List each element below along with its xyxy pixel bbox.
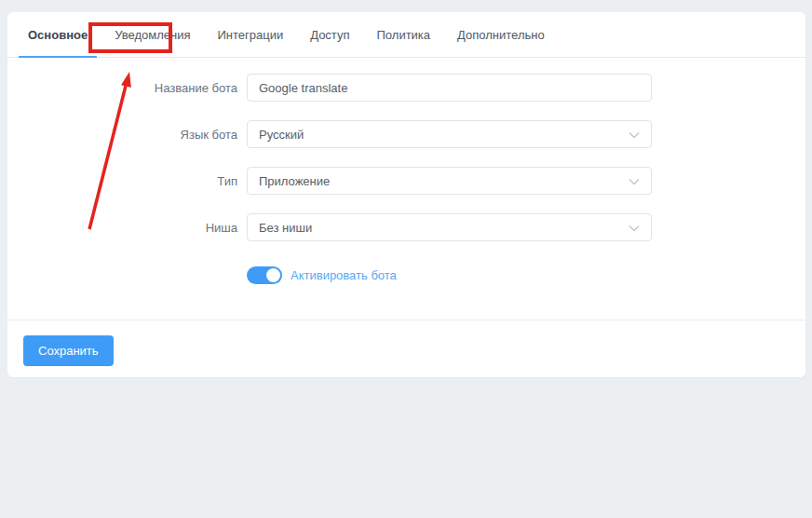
toggle-on-switch[interactable] bbox=[247, 266, 282, 284]
tab-dostup[interactable]: Доступ bbox=[301, 12, 359, 57]
tab-dopolnitelno[interactable]: Дополнительно bbox=[448, 12, 554, 57]
save-button[interactable]: Сохранить bbox=[23, 335, 114, 366]
activate-bot-toggle[interactable]: Активировать бота bbox=[247, 266, 397, 284]
tab-osnovnoe[interactable]: Основное bbox=[19, 12, 97, 57]
bot-name-input[interactable] bbox=[247, 74, 652, 102]
chevron-down-icon bbox=[629, 131, 640, 139]
tab-politika[interactable]: Политика bbox=[368, 12, 440, 57]
settings-card: Основное Уведомления Интеграции Доступ П… bbox=[7, 12, 805, 377]
tab-bar: Основное Уведомления Интеграции Доступ П… bbox=[7, 12, 805, 58]
bot-language-label: Язык бота bbox=[7, 128, 237, 142]
type-value: Приложение bbox=[259, 174, 330, 188]
niche-select[interactable]: Без ниши bbox=[247, 213, 652, 241]
type-label: Тип bbox=[7, 174, 237, 188]
toggle-knob bbox=[266, 268, 280, 282]
form-row-bot-language: Язык бота Русский bbox=[7, 120, 805, 148]
form-row-type: Тип Приложение bbox=[7, 167, 805, 195]
bot-language-value: Русский bbox=[259, 128, 304, 142]
bot-settings-form: Название бота Язык бота Русский Тип Прил… bbox=[7, 58, 805, 284]
bot-name-label: Название бота bbox=[7, 81, 237, 95]
footer: Сохранить bbox=[7, 320, 805, 366]
type-select[interactable]: Приложение bbox=[247, 167, 652, 195]
tab-uvedomleniya[interactable]: Уведомления bbox=[105, 12, 199, 57]
chevron-down-icon bbox=[629, 225, 640, 232]
niche-label: Ниша bbox=[7, 221, 237, 235]
bot-language-select[interactable]: Русский bbox=[247, 120, 652, 148]
form-row-bot-name: Название бота bbox=[7, 74, 805, 102]
chevron-down-icon bbox=[629, 178, 640, 185]
activate-bot-label: Активировать бота bbox=[291, 268, 397, 282]
tab-integracii[interactable]: Интеграции bbox=[208, 12, 292, 57]
niche-value: Без ниши bbox=[259, 221, 312, 235]
form-row-niche: Ниша Без ниши bbox=[7, 213, 805, 241]
form-row-activate: Активировать бота bbox=[7, 266, 805, 284]
